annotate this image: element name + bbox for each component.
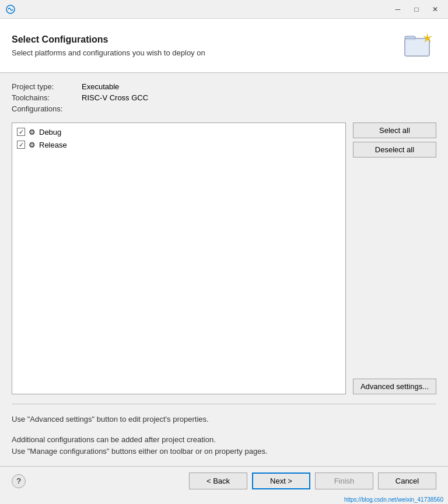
separator: [12, 404, 436, 404]
footer-buttons: < Back Next > Finish Cancel: [189, 473, 436, 489]
debug-gear-icon: ⚙: [27, 127, 37, 136]
dialog-header: Select Configurations Select platforms a…: [0, 19, 448, 73]
config-list[interactable]: ⚙ Debug ⚙ Release: [12, 123, 346, 394]
next-button[interactable]: Next >: [252, 473, 310, 489]
dialog: Select Configurations Select platforms a…: [0, 19, 448, 504]
toolchains-value: RISC-V Cross GCC: [82, 93, 436, 102]
config-area: ⚙ Debug ⚙ Release Select all Deselect al…: [12, 123, 436, 394]
close-button[interactable]: ✕: [427, 3, 443, 16]
hint-text-2: Additional configurations can be added a…: [12, 434, 436, 457]
advanced-settings-button[interactable]: Advanced settings...: [353, 379, 436, 394]
title-bar: ─ □ ✕: [0, 0, 448, 19]
help-button[interactable]: ?: [12, 474, 26, 488]
header-text: Select Configurations Select platforms a…: [12, 34, 401, 57]
minimize-button[interactable]: ─: [390, 3, 406, 16]
hint-text-1: Use "Advanced settings" button to edit p…: [12, 414, 436, 425]
config-item-release[interactable]: ⚙ Release: [15, 138, 343, 151]
config-item-debug[interactable]: ⚙ Debug: [15, 125, 343, 138]
toolchains-label: Toolchains:: [12, 93, 82, 102]
project-info: Project type: Executable Toolchains: RIS…: [12, 82, 436, 113]
restore-button[interactable]: □: [408, 3, 425, 16]
project-type-label: Project type:: [12, 82, 82, 91]
window-controls: ─ □ ✕: [390, 3, 443, 16]
debug-label: Debug: [39, 128, 61, 136]
cancel-button[interactable]: Cancel: [378, 473, 436, 489]
dialog-title: Select Configurations: [12, 34, 401, 45]
release-label: Release: [39, 141, 67, 149]
dialog-body: Project type: Executable Toolchains: RIS…: [0, 73, 448, 466]
app-icon: [5, 4, 16, 15]
release-gear-icon: ⚙: [27, 140, 37, 149]
dialog-subtitle: Select platforms and configurations you …: [12, 48, 401, 57]
watermark: https://blog.csdn.net/weixin_41738560: [0, 495, 448, 504]
finish-button: Finish: [315, 473, 373, 489]
select-all-button[interactable]: Select all: [353, 123, 436, 138]
dialog-footer: ? < Back Next > Finish Cancel: [0, 466, 448, 495]
debug-checkbox[interactable]: [17, 128, 25, 136]
release-checkbox[interactable]: [17, 141, 25, 149]
configurations-label: Configurations:: [12, 104, 82, 113]
config-side-buttons: Select all Deselect all Advanced setting…: [353, 123, 436, 394]
deselect-all-button[interactable]: Deselect all: [353, 142, 436, 158]
project-type-value: Executable: [82, 82, 436, 91]
back-button[interactable]: < Back: [189, 473, 247, 489]
header-icon: [401, 28, 436, 63]
